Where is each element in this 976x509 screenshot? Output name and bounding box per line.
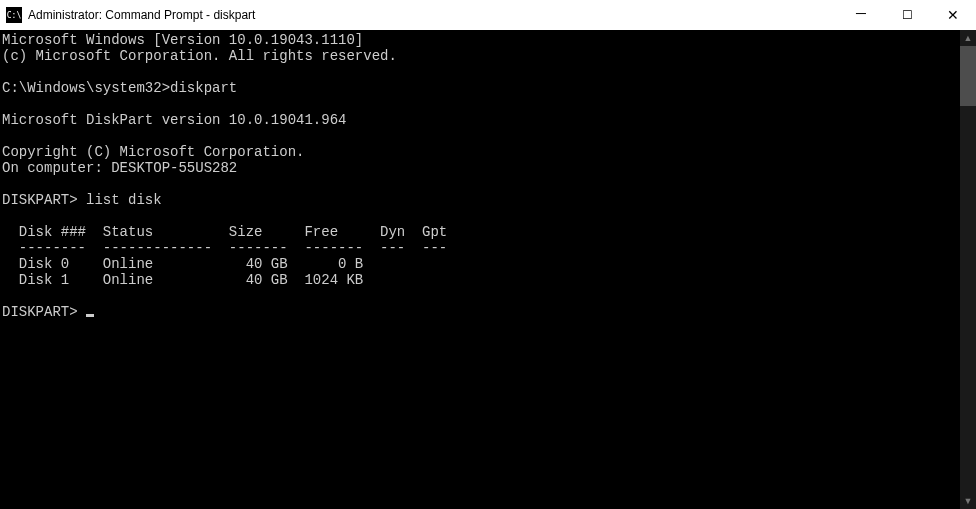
terminal-prompt: DISKPART> xyxy=(2,304,86,320)
vertical-scrollbar[interactable]: ▲ ▼ xyxy=(960,30,976,509)
terminal-line: (c) Microsoft Corporation. All rights re… xyxy=(2,48,397,64)
scroll-thumb[interactable] xyxy=(960,46,976,106)
cmd-icon-text: C:\ xyxy=(7,11,21,20)
terminal-line: Microsoft Windows [Version 10.0.19043.11… xyxy=(2,32,363,48)
terminal-line: Disk ### Status Size Free Dyn Gpt xyxy=(2,224,447,240)
maximize-button[interactable]: ☐ xyxy=(884,0,930,30)
terminal-output[interactable]: Microsoft Windows [Version 10.0.19043.11… xyxy=(0,30,960,509)
close-button[interactable]: ✕ xyxy=(930,0,976,30)
scroll-down-button[interactable]: ▼ xyxy=(960,493,976,509)
terminal-line: On computer: DESKTOP-55US282 xyxy=(2,160,237,176)
text-cursor xyxy=(86,314,94,317)
terminal-line: Disk 1 Online 40 GB 1024 KB xyxy=(2,272,363,288)
terminal-line: DISKPART> list disk xyxy=(2,192,162,208)
minimize-button[interactable]: ─ xyxy=(838,0,884,30)
scroll-up-button[interactable]: ▲ xyxy=(960,30,976,46)
terminal-container: Microsoft Windows [Version 10.0.19043.11… xyxy=(0,30,976,509)
terminal-line: Disk 0 Online 40 GB 0 B xyxy=(2,256,363,272)
terminal-line: C:\Windows\system32>diskpart xyxy=(2,80,237,96)
window-title: Administrator: Command Prompt - diskpart xyxy=(28,8,255,22)
terminal-line: Microsoft DiskPart version 10.0.19041.96… xyxy=(2,112,346,128)
window-titlebar: C:\ Administrator: Command Prompt - disk… xyxy=(0,0,976,30)
terminal-line: Copyright (C) Microsoft Corporation. xyxy=(2,144,304,160)
window-controls: ─ ☐ ✕ xyxy=(838,0,976,30)
terminal-line: -------- ------------- ------- ------- -… xyxy=(2,240,447,256)
cmd-icon: C:\ xyxy=(6,7,22,23)
